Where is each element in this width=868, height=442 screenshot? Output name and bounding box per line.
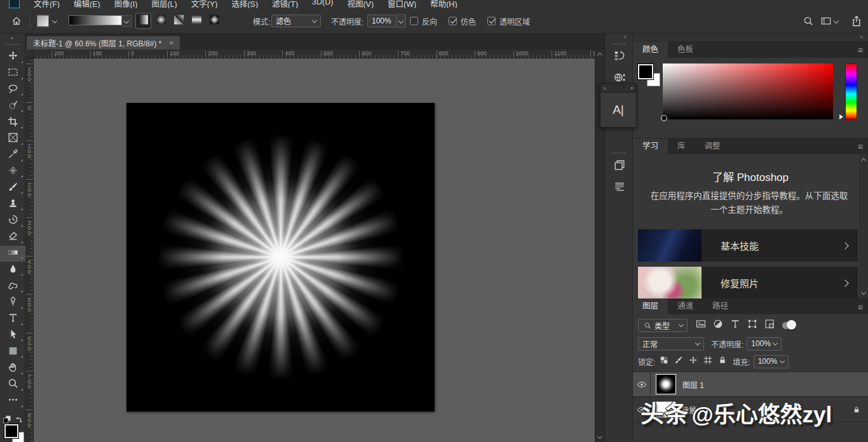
- lock-artboard-button[interactable]: [703, 356, 713, 366]
- frame-tool[interactable]: [0, 131, 25, 147]
- tutorial-basic-skills[interactable]: 基本技能: [638, 229, 858, 262]
- eraser-tool[interactable]: [0, 229, 25, 246]
- scroll-up-icon[interactable]: [597, 53, 602, 58]
- lock-transparent-pixels-button[interactable]: [659, 356, 669, 366]
- layer-opacity-select[interactable]: 100%: [747, 337, 782, 351]
- tab-learn[interactable]: 学习: [633, 138, 668, 154]
- layer-fill-select[interactable]: 100%: [754, 355, 789, 368]
- panel-menu-icon[interactable]: ≡: [858, 45, 863, 55]
- layer-row-layer1[interactable]: 图层 1: [633, 372, 868, 397]
- blend-mode-select[interactable]: 滤色: [271, 15, 321, 27]
- close-icon[interactable]: ×: [630, 85, 634, 91]
- crop-tool[interactable]: [0, 114, 25, 131]
- marquee-tool[interactable]: [0, 65, 25, 82]
- hue-slider[interactable]: [845, 64, 857, 119]
- panels-collapse-button[interactable]: »: [633, 34, 868, 41]
- filter-shape-layers-button[interactable]: [747, 320, 757, 331]
- document-tab[interactable]: 未标题-1 @ 60.6% (图层 1, RGB/8#) * ×: [27, 36, 180, 50]
- zoom-tool[interactable]: [0, 377, 25, 393]
- tab-color[interactable]: 颜色: [633, 42, 668, 58]
- layer-thumbnail[interactable]: [656, 374, 676, 394]
- hue-slider-marker[interactable]: [839, 114, 843, 119]
- layer-thumbnail[interactable]: [656, 401, 675, 418]
- foreground-background-colors[interactable]: [0, 424, 25, 442]
- dither-checkbox[interactable]: 仿色: [449, 15, 476, 26]
- default-colors-icon[interactable]: [2, 415, 12, 424]
- rectangle-tool[interactable]: [0, 344, 25, 360]
- workspace-switcher[interactable]: [821, 15, 838, 27]
- layer-name[interactable]: 图层 1: [682, 379, 704, 390]
- tab-swatches[interactable]: 色板: [668, 42, 703, 58]
- quick-selection-tool[interactable]: [0, 98, 25, 114]
- eyedropper-tool[interactable]: [0, 147, 25, 164]
- reverse-checkbox[interactable]: 反向: [410, 15, 437, 26]
- layer-name[interactable]: 背景: [681, 405, 696, 415]
- menu-item[interactable]: 视图(V): [347, 0, 374, 8]
- type-tool[interactable]: [0, 311, 25, 328]
- lock-image-pixels-button[interactable]: [674, 356, 684, 366]
- paragraph-panel-button[interactable]: [606, 177, 634, 199]
- opacity-select[interactable]: 100%: [367, 15, 397, 27]
- swap-colors-icon[interactable]: [13, 415, 24, 424]
- filter-smart-objects-button[interactable]: [764, 320, 775, 331]
- layer-comps-panel-button[interactable]: [606, 156, 634, 177]
- layer-blend-mode-select[interactable]: 正常: [638, 337, 704, 351]
- scroll-up-icon[interactable]: [861, 158, 866, 163]
- menu-item[interactable]: 编辑(E): [74, 0, 100, 8]
- toolbar-drag-handle[interactable]: [6, 44, 20, 45]
- menu-item[interactable]: 选择(S): [231, 0, 258, 8]
- saturation-brightness-field[interactable]: [663, 64, 833, 119]
- gradient-tool[interactable]: [0, 246, 25, 262]
- menu-item[interactable]: 滤镜(T): [272, 0, 298, 8]
- hand-tool[interactable]: [0, 360, 25, 377]
- panel-menu-icon[interactable]: ≡: [858, 302, 863, 312]
- menu-item[interactable]: 文件(F): [34, 0, 60, 8]
- history-brush-tool[interactable]: [0, 213, 25, 229]
- foreground-color-swatch[interactable]: [638, 64, 653, 79]
- reflected-gradient-button[interactable]: [189, 13, 204, 28]
- blur-tool[interactable]: [0, 262, 25, 278]
- layer-row-background[interactable]: 背景: [633, 397, 868, 422]
- character-panel-icon[interactable]: A|: [600, 93, 637, 128]
- filter-type-layers-button[interactable]: [729, 320, 740, 331]
- more-tools-button[interactable]: [0, 393, 25, 410]
- transparency-checkbox[interactable]: 透明区域: [487, 15, 530, 26]
- gradient-editor-bar[interactable]: [69, 15, 132, 27]
- menu-item[interactable]: 文字(Y): [191, 0, 218, 8]
- panel-expand-icon[interactable]: »: [603, 85, 606, 91]
- tab-adjustments[interactable]: 调整: [695, 138, 730, 154]
- dock-collapse-button[interactable]: «: [606, 34, 632, 41]
- scroll-down-icon[interactable]: [861, 290, 866, 295]
- menu-item[interactable]: 图层(L): [151, 0, 177, 8]
- color-picker-ring[interactable]: [661, 115, 667, 121]
- lock-all-button[interactable]: [717, 356, 728, 366]
- lasso-tool[interactable]: [0, 82, 25, 98]
- foreground-color-swatch[interactable]: [4, 424, 18, 438]
- move-tool[interactable]: [0, 49, 25, 65]
- menu-item[interactable]: 窗口(W): [388, 0, 416, 8]
- menu-item[interactable]: 3D(D): [312, 0, 333, 8]
- history-panel-button[interactable]: [606, 46, 634, 68]
- search-icon[interactable]: [803, 15, 813, 27]
- tool-preset-picker[interactable]: [37, 15, 57, 27]
- close-icon[interactable]: ×: [169, 39, 173, 48]
- pen-tool[interactable]: [0, 295, 25, 311]
- tab-layers[interactable]: 图层: [633, 298, 668, 314]
- diamond-gradient-button[interactable]: [207, 13, 222, 28]
- lock-position-button[interactable]: [688, 356, 698, 366]
- radial-gradient-button[interactable]: [154, 13, 168, 28]
- tutorial-retouch-photos[interactable]: 修复照片: [638, 267, 858, 298]
- menu-item[interactable]: 图像(I): [114, 0, 138, 8]
- menu-item[interactable]: 帮助(H): [430, 0, 457, 8]
- tab-channels[interactable]: 通道: [668, 298, 703, 314]
- tab-libraries[interactable]: 库: [668, 138, 695, 154]
- home-icon[interactable]: [11, 15, 22, 27]
- filter-adjustment-layers-button[interactable]: [712, 320, 723, 331]
- panel-menu-icon[interactable]: ≡: [858, 142, 863, 152]
- color-swatches-widget[interactable]: [638, 64, 662, 88]
- clone-stamp-tool[interactable]: [0, 196, 25, 213]
- scroll-down-icon[interactable]: [597, 434, 602, 439]
- gradient-preview[interactable]: [69, 15, 122, 25]
- filter-pixel-layers-button[interactable]: [695, 320, 706, 331]
- linear-gradient-button[interactable]: [136, 13, 151, 28]
